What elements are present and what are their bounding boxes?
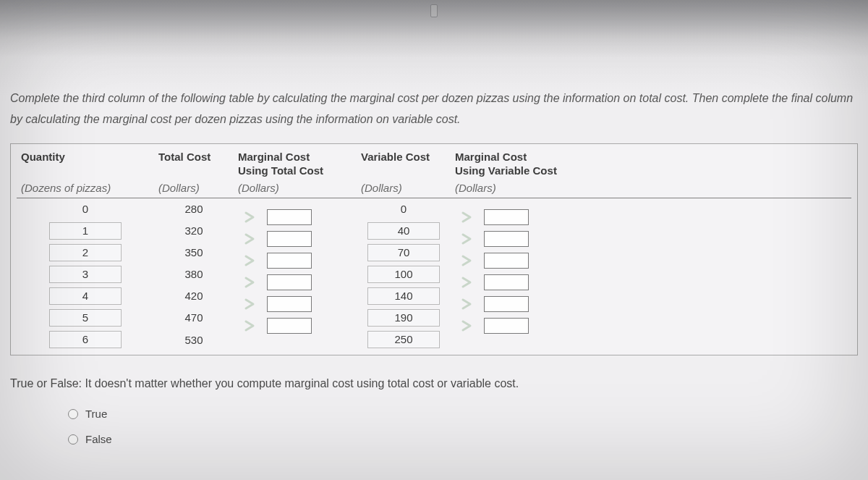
col-sub-quantity: (Dozens of pizzas) — [17, 180, 154, 198]
mc-total-input[interactable] — [267, 253, 312, 269]
mc-total-input[interactable] — [267, 274, 312, 290]
qty-cell: 1 — [17, 220, 154, 242]
radio-icon — [68, 434, 78, 445]
mc2-line2: Using Variable Cost — [455, 164, 557, 177]
col-sub-mc-total: (Dollars) — [234, 180, 357, 198]
mc1-line2: Using Total Cost — [238, 164, 323, 177]
variable-cost-value: 0 — [401, 203, 407, 215]
total-cost-value: 530 — [184, 334, 203, 346]
chevron-right-icon — [459, 274, 475, 290]
qty-cell: 6 — [17, 329, 154, 350]
cost-table: Quantity Total Cost Marginal Cost Using … — [17, 148, 851, 351]
variable-cost-cell: 190 — [357, 307, 451, 329]
qty-cell: 4 — [17, 285, 154, 307]
total-cost-cell: 420 — [154, 285, 234, 307]
chevron-right-icon — [459, 209, 475, 225]
col-header-mc-variable: Marginal Cost Using Variable Cost — [451, 148, 595, 180]
total-cost-value: 380 — [184, 268, 203, 280]
chevron-right-icon — [242, 253, 258, 269]
mc-variable-input[interactable] — [484, 209, 529, 225]
col-header-total-cost: Total Cost — [154, 148, 234, 180]
total-cost-cell: 380 — [154, 264, 234, 285]
total-cost-cell: 470 — [154, 307, 234, 329]
mc-variable-input[interactable] — [484, 253, 529, 269]
mc-total-column — [234, 198, 357, 351]
col-sub-variable-cost: (Dollars) — [357, 180, 451, 198]
mc1-line1: Marginal Cost — [238, 151, 310, 163]
chevron-right-icon — [242, 274, 258, 290]
qty-cell: 2 — [17, 242, 154, 264]
radio-icon — [68, 409, 78, 419]
mc-variable-column — [451, 198, 595, 351]
col-header-variable-cost: Variable Cost — [357, 148, 451, 180]
variable-cost-value: 70 — [367, 244, 440, 261]
variable-cost-cell: 250 — [357, 329, 451, 350]
variable-cost-value: 190 — [367, 309, 440, 327]
total-cost-cell: 530 — [154, 329, 234, 350]
chevron-right-icon — [459, 253, 475, 269]
variable-cost-value: 40 — [367, 222, 440, 240]
mc-total-input[interactable] — [267, 209, 312, 225]
mc-variable-input[interactable] — [484, 318, 529, 334]
variable-cost-cell: 70 — [357, 242, 451, 264]
instructions-text: Complete the third column of the followi… — [10, 88, 858, 130]
chevron-right-icon — [459, 231, 475, 247]
total-cost-value: 470 — [184, 311, 203, 324]
chevron-right-icon — [242, 209, 258, 225]
col-sub-total-cost: (Dollars) — [154, 180, 234, 198]
mc-total-input[interactable] — [267, 296, 312, 312]
qty-value: 4 — [49, 287, 122, 305]
window-notch — [430, 4, 438, 17]
mc-total-input[interactable] — [267, 231, 312, 247]
total-cost-cell: 280 — [154, 198, 234, 220]
chevron-right-icon — [459, 318, 475, 334]
col-header-quantity: Quantity — [17, 148, 154, 180]
qty-cell: 0 — [17, 198, 154, 220]
total-cost-cell: 320 — [154, 220, 234, 242]
qty-cell: 3 — [17, 264, 154, 285]
qty-cell: 5 — [17, 307, 154, 329]
total-cost-value: 350 — [184, 246, 203, 258]
chevron-right-icon — [242, 318, 258, 334]
question-content: Complete the third column of the followi… — [10, 88, 858, 458]
variable-cost-cell: 140 — [357, 285, 451, 307]
qty-value: 0 — [82, 203, 88, 215]
option-true[interactable]: True — [68, 408, 858, 420]
true-false-question: True or False: It doesn't matter whether… — [10, 377, 858, 390]
option-false[interactable]: False — [68, 433, 858, 445]
variable-cost-cell: 40 — [357, 220, 451, 242]
answer-options: True False — [68, 408, 858, 445]
mc-variable-input[interactable] — [484, 231, 529, 247]
cost-table-wrap: Quantity Total Cost Marginal Cost Using … — [10, 143, 858, 356]
qty-value: 1 — [49, 222, 122, 240]
col-sub-mc-variable: (Dollars) — [451, 180, 595, 198]
variable-cost-value: 140 — [367, 287, 440, 305]
variable-cost-value: 100 — [367, 266, 440, 283]
chevron-right-icon — [242, 296, 258, 312]
qty-value: 2 — [49, 244, 122, 261]
total-cost-value: 280 — [184, 203, 203, 215]
qty-value: 5 — [49, 309, 122, 327]
total-cost-value: 420 — [184, 290, 203, 302]
chevron-right-icon — [242, 231, 258, 247]
variable-cost-cell: 100 — [357, 264, 451, 285]
qty-value: 3 — [49, 266, 122, 283]
total-cost-cell: 350 — [154, 242, 234, 264]
mc-variable-input[interactable] — [484, 274, 529, 290]
chevron-right-icon — [459, 296, 475, 312]
total-cost-value: 320 — [184, 224, 203, 237]
mc-variable-input[interactable] — [484, 296, 529, 312]
mc-total-input[interactable] — [267, 318, 312, 334]
table-row: 02800 — [17, 198, 851, 220]
col-header-mc-total: Marginal Cost Using Total Cost — [234, 148, 357, 180]
variable-cost-value: 250 — [367, 331, 440, 348]
option-false-label: False — [85, 433, 112, 445]
variable-cost-cell: 0 — [357, 198, 451, 220]
mc2-line1: Marginal Cost — [455, 151, 527, 163]
qty-value: 6 — [49, 331, 122, 348]
option-true-label: True — [85, 408, 107, 420]
